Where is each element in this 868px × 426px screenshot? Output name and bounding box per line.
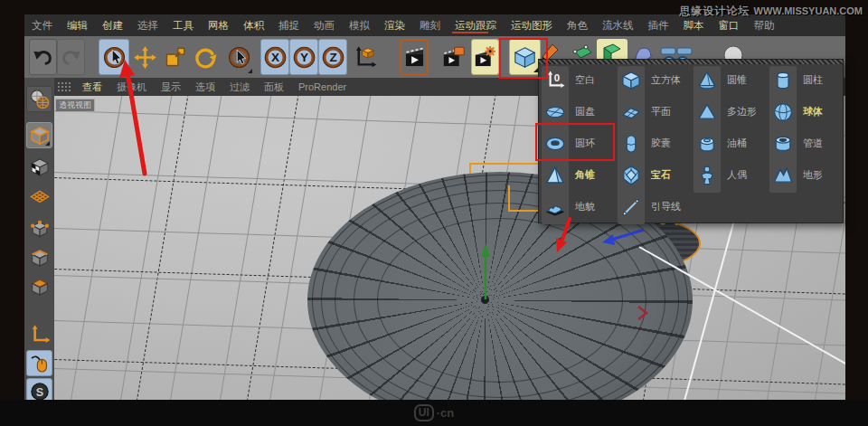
x-axis-arrowhead[interactable] (638, 307, 646, 319)
viewport-menu-grip[interactable] (57, 81, 71, 92)
menu-item-edit[interactable]: 编辑 (60, 19, 95, 33)
primitive-item-pyramid[interactable]: 角锥 (539, 159, 615, 191)
primitive-item-sphere[interactable]: 球体 (767, 96, 843, 128)
menu-item-pipeline[interactable]: 流水线 (595, 19, 641, 33)
menu-item-volume[interactable]: 体积 (236, 19, 271, 33)
redo-button[interactable] (57, 39, 85, 75)
model-mode-button[interactable] (26, 122, 52, 148)
menu-item-render[interactable]: 渲染 (377, 19, 412, 33)
viewport-menu-filter[interactable]: 过滤 (222, 80, 257, 94)
scale-icon (163, 45, 187, 70)
render-picture-viewer-button[interactable] (437, 39, 469, 75)
make-editable-button[interactable] (26, 86, 52, 112)
viewport-menu-display[interactable]: 显示 (154, 80, 188, 94)
menu-item-select[interactable]: 选择 (130, 19, 165, 33)
primitive-label: 引导线 (651, 200, 681, 213)
menu-item-help[interactable]: 帮助 (747, 19, 782, 33)
site-watermark-url: WWW.MISSYUAN.COM (754, 5, 863, 16)
tube-icon (769, 133, 797, 155)
points-mode-button[interactable] (26, 215, 52, 241)
menu-item-motion-tracker[interactable]: 运动跟踪 (448, 19, 504, 33)
selection-tool[interactable] (223, 39, 254, 75)
axis-mode-button[interactable] (26, 321, 52, 347)
primitive-item-tube[interactable]: 管道 (767, 128, 843, 159)
capsule-icon (618, 133, 645, 155)
sphere-icon (769, 101, 797, 123)
move-tool[interactable] (130, 39, 159, 75)
menu-item-mograph[interactable]: 运动图形 (504, 19, 560, 33)
svg-text:Z: Z (329, 51, 336, 64)
primitives-column-2: 立方体平面胶囊宝石引导线 (615, 64, 691, 222)
polygons-mode-button[interactable] (26, 273, 52, 299)
texture-mode-button[interactable] (26, 154, 52, 180)
menu-item-sculpt[interactable]: 雕刻 (412, 19, 448, 33)
menu-item-tools[interactable]: 工具 (165, 19, 201, 33)
z-axis-arrowhead (602, 234, 615, 245)
menu-item-window[interactable]: 窗口 (712, 19, 747, 33)
menu-item-create[interactable]: 创建 (95, 19, 130, 33)
primitive-item-oil-tank[interactable]: 油桶 (691, 128, 767, 159)
render-picture-viewer-icon (441, 45, 466, 70)
z-axis-lock[interactable]: Z (318, 39, 347, 75)
oil-tank-icon (693, 133, 721, 155)
menu-item-file[interactable]: 文件 (24, 19, 60, 33)
primitive-item-cylinder[interactable]: 圆柱 (767, 64, 843, 96)
menu-item-character[interactable]: 角色 (560, 19, 595, 33)
guide-icon (618, 196, 645, 218)
make-editable-icon (29, 89, 51, 110)
annotation-box-torus-item (535, 123, 615, 161)
edges-mode-button[interactable] (26, 244, 52, 270)
primitive-label: 地貌 (575, 200, 595, 213)
primitive-item-cone[interactable]: 圆锥 (691, 64, 767, 96)
primitive-item-landscape-relief[interactable]: 地貌 (539, 191, 615, 222)
primitive-item-figure[interactable]: 人偶 (691, 159, 767, 191)
live-selection-icon (102, 45, 127, 70)
menu-item-snap[interactable]: 捕捉 (271, 19, 307, 33)
viewport-menu-panel[interactable]: 面板 (257, 80, 291, 94)
primitive-item-terrain[interactable]: 地形 (767, 159, 843, 191)
figure-icon (693, 165, 721, 186)
primitive-item-guide[interactable]: 引导线 (615, 191, 691, 222)
workplane-mode-button[interactable] (26, 184, 52, 210)
viewport-name-label[interactable]: 透视视图 (55, 99, 95, 112)
primitive-item-gem[interactable]: 宝石 (615, 159, 691, 191)
rotate-tool[interactable] (190, 39, 219, 75)
menu-item-mesh[interactable]: 网格 (201, 19, 236, 33)
viewport-menu-options[interactable]: 选项 (188, 80, 222, 94)
z-axis-handle[interactable] (611, 230, 644, 240)
undo-button[interactable] (29, 39, 57, 75)
live-selection-tool[interactable] (99, 39, 129, 75)
site-watermark-name: 思缘设计论坛 (679, 5, 750, 17)
render-settings-button[interactable] (471, 39, 499, 75)
primitive-item-cube[interactable]: 立方体 (615, 64, 691, 96)
x-axis-lock[interactable]: X (260, 39, 289, 75)
scale-tool[interactable] (160, 39, 189, 75)
primitive-item-capsule[interactable]: 胶囊 (615, 128, 691, 159)
viewport-solo-button[interactable] (26, 350, 52, 376)
svg-text:Y: Y (299, 51, 307, 64)
viewport-menu-prorender[interactable]: ProRender (291, 81, 354, 92)
coordinate-system-toggle[interactable] (349, 39, 380, 75)
primitive-label: 管道 (803, 137, 823, 150)
viewport-solo-icon (29, 353, 51, 374)
mograph-underline-annotation (452, 32, 488, 33)
primitives-column-4: 圆柱球体管道地形 (767, 64, 843, 222)
menu-item-script[interactable]: 脚本 (676, 19, 712, 33)
primitive-item-null[interactable]: 0空白 (539, 64, 615, 96)
viewport-menu-cameras[interactable]: 摄像机 (109, 80, 154, 94)
viewport-menu-view[interactable]: 查看 (75, 80, 109, 94)
primitive-item-polygon[interactable]: 多边形 (691, 96, 767, 128)
primitive-label: 圆锥 (727, 73, 747, 87)
primitive-item-plane[interactable]: 平面 (615, 96, 691, 128)
menu-item-plugins[interactable]: 插件 (641, 19, 676, 33)
y-axis-lock[interactable]: Y (289, 39, 318, 75)
y-axis-arrowhead (481, 243, 490, 257)
coordinate-system-icon (353, 45, 377, 70)
menu-item-animate[interactable]: 动画 (307, 19, 342, 33)
axis-X-icon: X (263, 45, 288, 70)
primitive-label: 角锥 (575, 168, 595, 182)
render-view-button[interactable] (400, 39, 429, 75)
primitive-label: 油桶 (727, 137, 747, 150)
menu-item-simulate[interactable]: 模拟 (342, 19, 377, 33)
snap-icon: S (29, 381, 51, 402)
